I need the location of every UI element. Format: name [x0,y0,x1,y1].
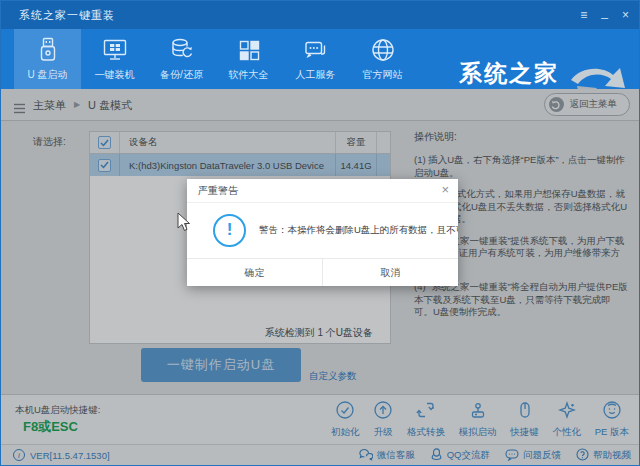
dialog-close-icon[interactable]: × [441,183,449,196]
nav-item-website[interactable]: 官方网站 [349,29,416,89]
chat-service-icon [302,36,330,64]
warning-dialog: 严重警告 × ! 警告：本操作将会删除U盘上的所有数据，且不可恢复 确定 取消 [187,179,458,286]
nav-item-software[interactable]: 软件大全 [215,29,282,89]
app-grid-icon [235,36,263,64]
ok-button[interactable]: 确定 [187,259,323,286]
brand-name: 系统之家 [459,62,571,85]
menu-icon[interactable]: ≡ [580,9,587,21]
mouse-cursor [177,212,191,236]
nav-item-label: 人工服务 [296,68,336,82]
close-icon[interactable]: × [622,9,629,21]
dialog-title: 严重警告 [187,179,458,203]
app-window: 系统之家一键重装 ≡ _ × U 盘启动 [0,0,640,466]
monitor-windows-icon [101,36,129,64]
nav-item-usb-boot[interactable]: U 盘启动 [14,29,81,89]
nav-item-label: 官方网站 [363,68,403,82]
minimize-icon[interactable]: _ [601,6,608,18]
warning-icon: ! [213,214,246,247]
nav-bar: U 盘启动 一键装机 [1,29,639,89]
dialog-message: 警告：本操作将会删除U盘上的所有数据，且不可恢复 [259,224,458,237]
window-title: 系统之家一键重装 [19,8,115,23]
globe-icon [369,36,397,64]
nav-item-service[interactable]: 人工服务 [282,29,349,89]
nav-item-label: 软件大全 [229,68,269,82]
title-bar: 系统之家一键重装 ≡ _ × [1,1,639,29]
nav-item-label: 一键装机 [95,68,135,82]
nav-item-label: U 盘启动 [28,68,68,82]
nav-item-label: 备份/还原 [160,68,203,82]
nav-item-backup-restore[interactable]: 备份/还原 [148,29,215,89]
database-restore-icon [168,36,196,64]
cancel-button[interactable]: 取消 [323,259,458,286]
usb-drive-icon [34,36,62,64]
nav-item-one-key-install[interactable]: 一键装机 [81,29,148,89]
